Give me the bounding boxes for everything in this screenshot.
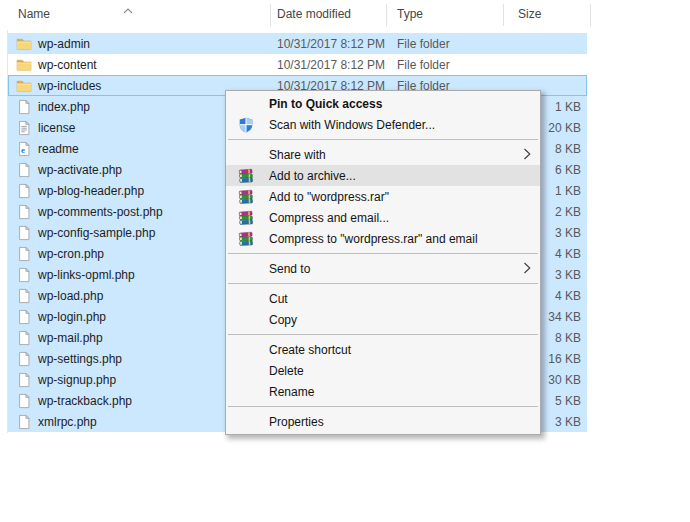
icon-spacer	[238, 96, 254, 112]
file-row[interactable]: wp-admin10/31/2017 8:12 PMFile folder	[8, 33, 587, 54]
menu-item-label: Share with	[269, 148, 326, 162]
file-name: license	[38, 121, 75, 135]
file-icon	[16, 372, 32, 388]
file-icon	[16, 204, 32, 220]
menu-item-label: Cut	[269, 292, 288, 306]
menu-separator	[228, 283, 538, 284]
file-name: wp-signup.php	[38, 373, 116, 387]
menu-item-label: Scan with Windows Defender...	[269, 118, 435, 132]
column-header-name[interactable]: Name	[8, 0, 270, 28]
file-name: wp-settings.php	[38, 352, 122, 366]
file-name: wp-trackback.php	[38, 394, 132, 408]
menu-separator	[228, 334, 538, 335]
file-name: readme	[38, 142, 79, 156]
file-icon	[16, 393, 32, 409]
column-header-size[interactable]: Size	[503, 0, 590, 28]
menu-item-label: Create shortcut	[269, 343, 351, 357]
file-date-modified: 10/31/2017 8:12 PM	[270, 58, 386, 72]
winrar-icon	[238, 189, 254, 205]
winrar-icon	[238, 168, 254, 184]
column-divider[interactable]	[270, 4, 271, 26]
file-icon	[16, 414, 32, 430]
column-header-size-label: Size	[518, 7, 541, 21]
menu-separator	[228, 406, 538, 407]
menu-item[interactable]: Add to "wordpress.rar"	[226, 186, 540, 207]
file-name: wp-blog-header.php	[38, 184, 144, 198]
icon-spacer	[238, 147, 254, 163]
menu-item-label: Add to "wordpress.rar"	[269, 190, 389, 204]
menu-item-label: Copy	[269, 313, 297, 327]
folder-icon	[16, 57, 32, 73]
column-divider[interactable]	[590, 4, 591, 26]
html-file-icon: e	[16, 141, 32, 157]
menu-item[interactable]: Create shortcut	[226, 339, 540, 360]
file-icon	[16, 309, 32, 325]
submenu-arrow-icon	[523, 148, 531, 160]
svg-text:e: e	[21, 145, 25, 155]
icon-spacer	[238, 363, 254, 379]
icon-spacer	[238, 414, 254, 430]
file-name: xmlrpc.php	[38, 415, 97, 429]
file-name: index.php	[38, 100, 90, 114]
column-header-bar: Name Date modified Type Size	[0, 0, 690, 30]
menu-item-label: Pin to Quick access	[269, 97, 382, 111]
menu-item-label: Compress to "wordpress.rar" and email	[269, 232, 478, 246]
menu-separator	[228, 139, 538, 140]
icon-spacer	[238, 342, 254, 358]
menu-item-label: Compress and email...	[269, 211, 389, 225]
icon-spacer	[238, 261, 254, 277]
menu-item[interactable]: Copy	[226, 309, 540, 330]
column-header-type[interactable]: Type	[386, 0, 503, 28]
file-name: wp-links-opml.php	[38, 268, 135, 282]
defender-icon	[238, 117, 254, 133]
menu-item-label: Properties	[269, 415, 324, 429]
column-divider[interactable]	[386, 4, 387, 26]
file-name: wp-mail.php	[38, 331, 103, 345]
menu-item-label: Add to archive...	[269, 169, 356, 183]
file-icon	[16, 351, 32, 367]
file-type: File folder	[386, 37, 503, 51]
menu-item[interactable]: Compress and email...	[226, 207, 540, 228]
file-icon	[16, 99, 32, 115]
column-header-date-modified[interactable]: Date modified	[270, 0, 386, 28]
column-header-name-label: Name	[18, 7, 50, 21]
winrar-icon	[238, 231, 254, 247]
context-menu: Pin to Quick accessScan with Windows Def…	[225, 90, 541, 435]
file-name: wp-load.php	[38, 289, 103, 303]
icon-spacer	[238, 291, 254, 307]
file-icon	[16, 330, 32, 346]
file-row[interactable]: wp-content10/31/2017 8:12 PMFile folder	[8, 54, 587, 75]
menu-item-label: Rename	[269, 385, 314, 399]
menu-item[interactable]: Compress to "wordpress.rar" and email	[226, 228, 540, 249]
menu-item[interactable]: Properties	[226, 411, 540, 432]
icon-spacer	[238, 384, 254, 400]
file-icon	[16, 246, 32, 262]
menu-item[interactable]: Pin to Quick access	[226, 93, 540, 114]
column-header-date-label: Date modified	[277, 7, 351, 21]
sort-ascending-icon	[122, 1, 134, 9]
icon-spacer	[238, 312, 254, 328]
column-header-type-label: Type	[397, 7, 423, 21]
menu-item[interactable]: Share with	[226, 144, 540, 165]
menu-item[interactable]: Send to	[226, 258, 540, 279]
menu-separator	[228, 253, 538, 254]
file-icon	[16, 225, 32, 241]
file-icon	[16, 288, 32, 304]
file-icon	[16, 183, 32, 199]
file-type: File folder	[386, 58, 503, 72]
submenu-arrow-icon	[523, 262, 531, 274]
file-name: wp-login.php	[38, 310, 106, 324]
menu-item-label: Delete	[269, 364, 304, 378]
menu-item[interactable]: Rename	[226, 381, 540, 402]
column-divider[interactable]	[503, 4, 504, 26]
file-name: wp-config-sample.php	[38, 226, 155, 240]
file-date-modified: 10/31/2017 8:12 PM	[270, 37, 386, 51]
menu-item[interactable]: Scan with Windows Defender...	[226, 114, 540, 135]
file-name: wp-comments-post.php	[38, 205, 163, 219]
file-name: wp-includes	[38, 79, 101, 93]
menu-item[interactable]: Add to archive...	[226, 165, 540, 186]
menu-item[interactable]: Cut	[226, 288, 540, 309]
winrar-icon	[238, 210, 254, 226]
menu-item[interactable]: Delete	[226, 360, 540, 381]
menu-item-label: Send to	[269, 262, 310, 276]
